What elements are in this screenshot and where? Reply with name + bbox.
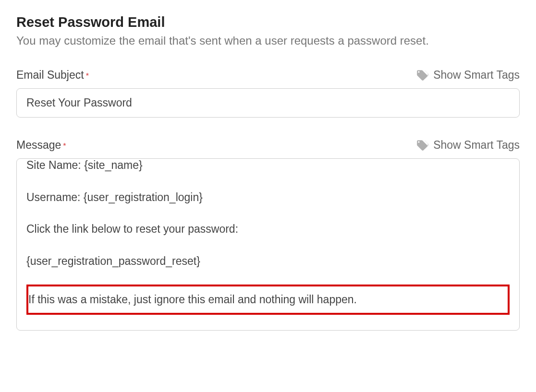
show-smart-tags-subject-link[interactable]: Show Smart Tags	[416, 69, 520, 82]
message-content: Site Name: {site_name} Username: {user_r…	[26, 158, 510, 315]
show-smart-tags-label: Show Smart Tags	[433, 139, 520, 152]
message-field: Message* Show Smart Tags Site Name: {sit…	[16, 139, 520, 331]
show-smart-tags-message-link[interactable]: Show Smart Tags	[416, 139, 520, 152]
message-line: Username: {user_registration_login}	[26, 189, 510, 206]
email-subject-label: Email Subject	[16, 69, 84, 81]
message-line: Click the link below to reset your passw…	[26, 221, 510, 238]
message-textarea[interactable]: Site Name: {site_name} Username: {user_r…	[16, 158, 520, 331]
highlight-annotation: If this was a mistake, just ignore this …	[26, 285, 510, 315]
required-asterisk: *	[86, 72, 89, 80]
message-line: {user_registration_password_reset}	[26, 253, 510, 270]
required-asterisk: *	[63, 142, 66, 150]
section-title: Reset Password Email	[16, 14, 520, 30]
email-subject-label-wrap: Email Subject*	[16, 69, 89, 82]
section-subtitle: You may customize the email that's sent …	[16, 34, 520, 48]
message-label: Message	[16, 139, 61, 151]
message-label-row: Message* Show Smart Tags	[16, 139, 520, 152]
email-subject-input[interactable]	[16, 88, 520, 118]
tag-icon	[416, 69, 428, 82]
message-line: If this was a mistake, just ignore this …	[28, 293, 357, 306]
message-label-wrap: Message*	[16, 139, 66, 152]
message-line: Site Name: {site_name}	[26, 158, 510, 174]
show-smart-tags-label: Show Smart Tags	[433, 69, 520, 82]
tag-icon	[416, 139, 428, 152]
email-subject-label-row: Email Subject* Show Smart Tags	[16, 69, 520, 82]
email-subject-field: Email Subject* Show Smart Tags	[16, 69, 520, 118]
